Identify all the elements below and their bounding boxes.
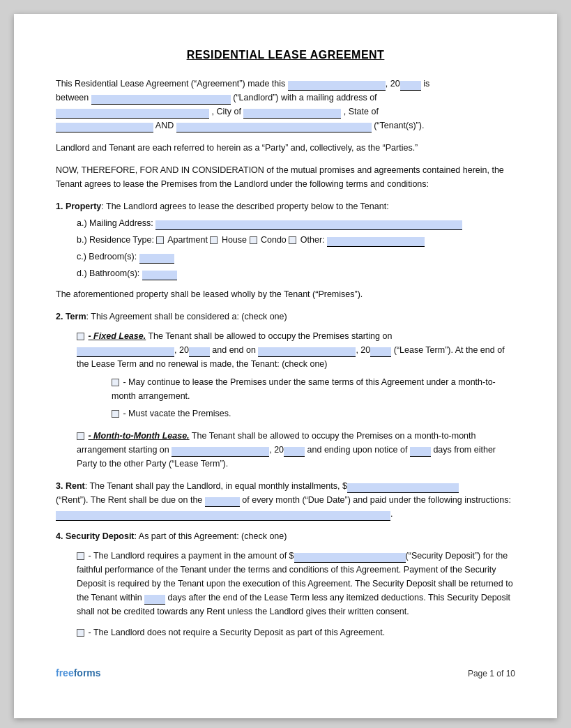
checkbox-condo[interactable] <box>250 236 257 244</box>
security-option1-block: - The Landlord requires a payment in the… <box>77 549 515 619</box>
checkbox-no-deposit[interactable] <box>77 629 84 637</box>
field-deposit-amount[interactable] <box>294 553 406 563</box>
section2-label: 2. Term <box>56 312 86 321</box>
section2-text: : This Agreement shall be considered a: … <box>86 312 287 321</box>
field-start-year[interactable] <box>189 347 210 357</box>
section3-label: 3. Rent <box>56 481 85 491</box>
field-city[interactable] <box>243 109 341 119</box>
fixed-lease-label: - Fixed Lease. <box>88 331 146 341</box>
intro-year-pre: 20 <box>390 79 400 89</box>
item-a-label: a.) Mailing Address: <box>77 218 153 228</box>
due-of: of every month (“Due Date”) and paid und… <box>242 495 511 505</box>
brand-free: free <box>56 667 74 678</box>
field-bathrooms[interactable] <box>142 271 177 280</box>
field-landlord-name[interactable] <box>91 95 231 105</box>
section3-block: 3. Rent: The Tenant shall pay the Landlo… <box>56 479 515 521</box>
field-end-year[interactable] <box>370 347 391 357</box>
field-date[interactable] <box>288 81 386 91</box>
checkbox-mtm-lease[interactable] <box>77 432 84 440</box>
section4-block: 4. Security Deposit: As part of this Agr… <box>56 529 515 639</box>
field-instructions[interactable] <box>56 511 390 521</box>
field-bedrooms[interactable] <box>139 254 174 264</box>
page-number: Page 1 of 10 <box>468 669 515 678</box>
fixed-20-1: 20 <box>179 345 189 355</box>
sub2-text: - Must vacate the Premises. <box>123 409 231 418</box>
instructions-end: . <box>390 509 393 519</box>
sub1-text: - May continue to lease the Premises und… <box>112 377 496 401</box>
section1-text: : The Landlord agrees to lease the descr… <box>101 202 388 211</box>
field-mtm-start[interactable] <box>172 447 269 457</box>
field-due-date[interactable] <box>205 497 240 507</box>
no-deposit-text: - The Landlord does not require a Securi… <box>88 628 385 637</box>
field-year[interactable] <box>400 81 421 91</box>
month-end: and ending upon notice of <box>307 445 408 455</box>
section4-text: : As part of this Agreement: (check one) <box>135 531 287 541</box>
rent-post: (“Rent”). The Rent shall be due on the <box>56 495 202 505</box>
intro-line1-pre: This Residential Lease Agreement (“Agree… <box>56 79 285 89</box>
checkbox-other[interactable] <box>289 236 296 244</box>
checkbox-vacate[interactable] <box>112 410 119 418</box>
field-end-date[interactable] <box>258 347 356 357</box>
item-b-label: b.) Residence Type: <box>77 235 154 245</box>
section1-item-c: c.) Bedroom(s): <box>77 250 515 264</box>
checkbox-month-to-month[interactable] <box>112 379 119 386</box>
label-condo: Condo <box>261 235 287 245</box>
section2-block: 2. Term: This Agreement shall be conside… <box>56 310 515 471</box>
label-other: Other: <box>300 235 325 245</box>
sub-option-2: - Must vacate the Premises. <box>112 407 515 420</box>
brand-forms: forms <box>74 667 101 678</box>
month-label: - Month-to-Month Lease. <box>88 431 189 441</box>
section1-item-b: b.) Residence Type: Apartment House Cond… <box>77 233 515 247</box>
item-c-label: c.) Bedroom(s): <box>77 252 137 261</box>
fixed-lease-block: - Fixed Lease. The Tenant shall be allow… <box>77 329 515 420</box>
document-footer: freeforms Page 1 of 10 <box>56 667 515 678</box>
intro-between: between <box>56 93 89 103</box>
field-rent-amount[interactable] <box>347 483 459 493</box>
premises-note: The aforementioned property shall be lea… <box>56 287 515 301</box>
checkbox-requires-deposit[interactable] <box>77 552 84 560</box>
field-tenant-name[interactable] <box>176 123 372 132</box>
item-d-label: d.) Bathroom(s): <box>77 268 139 278</box>
deposit-pre: - The Landlord requires a payment in the… <box>88 551 294 561</box>
field-deposit-days[interactable] <box>144 595 165 605</box>
intro-city: , City of <box>211 107 241 116</box>
month-days: days <box>433 445 451 455</box>
security-option2-block: - The Landlord does not require a Securi… <box>77 625 515 639</box>
field-mtm-year[interactable] <box>284 447 305 457</box>
intro-paragraph: This Residential Lease Agreement (“Agree… <box>56 77 515 132</box>
month-20: 20 <box>274 445 284 455</box>
field-start-date[interactable] <box>77 347 174 357</box>
field-property-address[interactable] <box>155 220 462 230</box>
section4-label: 4. Security Deposit <box>56 531 135 541</box>
section1-block: 1. Property: The Landlord agrees to leas… <box>56 199 515 301</box>
section1-items: a.) Mailing Address: b.) Residence Type:… <box>77 216 515 280</box>
checkbox-house[interactable] <box>210 236 218 244</box>
document-page: RESIDENTIAL LEASE AGREEMENT This Residen… <box>14 14 557 718</box>
field-state[interactable] <box>56 123 153 132</box>
intro-and: AND <box>155 121 174 130</box>
deposit-days-text: days after the end of the Lease Term les… <box>77 593 510 616</box>
fixed-20-2: 20 <box>360 345 370 355</box>
field-mailing-address[interactable] <box>56 109 209 119</box>
intro-landlord-mid: (“Landlord”) with a mailing address of <box>233 93 376 103</box>
intro-tenants: (“Tenant(s)”). <box>374 121 424 130</box>
month-to-month-block: - Month-to-Month Lease. The Tenant shall… <box>77 429 515 471</box>
section1-label: 1. Property <box>56 202 101 211</box>
sub-option-1: - May continue to lease the Premises und… <box>112 375 515 403</box>
checkbox-apartment[interactable] <box>156 236 164 244</box>
label-house: House <box>222 235 247 245</box>
label-apartment: Apartment <box>167 235 208 245</box>
section3-text: : The Tenant shall pay the Landlord, in … <box>85 481 347 491</box>
consideration-text: NOW, THEREFORE, FOR AND IN CONSIDERATION… <box>56 163 515 191</box>
field-notice-days[interactable] <box>410 447 431 457</box>
fixed-end-label: and end on <box>212 345 256 355</box>
checkbox-fixed-lease[interactable] <box>77 333 84 340</box>
brand-logo: freeforms <box>56 667 101 678</box>
intro-is: is <box>423 79 429 89</box>
parties-note: Landlord and Tenant are each referred to… <box>56 141 515 155</box>
field-other-type[interactable] <box>327 237 425 247</box>
security-option1: - The Landlord requires a payment in the… <box>77 549 515 619</box>
sub-options-block: - May continue to lease the Premises und… <box>112 375 515 420</box>
fixed-lease-text: The Tenant shall be allowed to occupy th… <box>148 331 392 341</box>
section1-item-d: d.) Bathroom(s): <box>77 266 515 280</box>
